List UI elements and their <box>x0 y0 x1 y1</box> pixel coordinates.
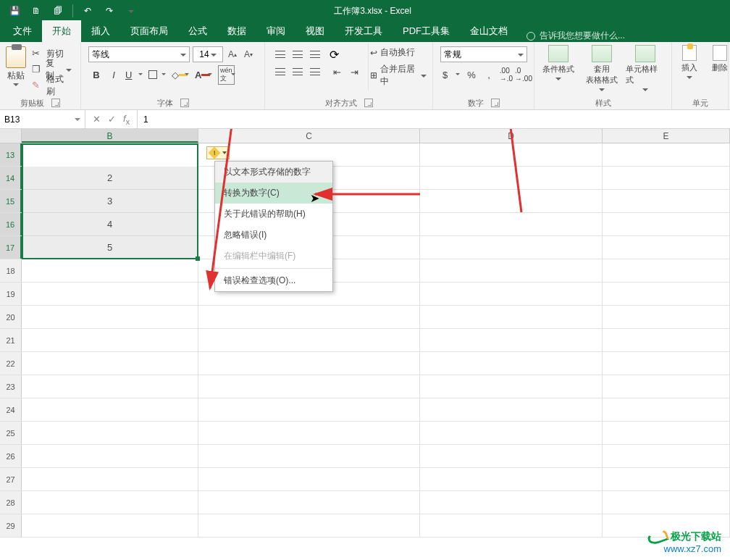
redo-button[interactable]: ↷ <box>99 1 119 20</box>
cell[interactable] <box>198 468 420 490</box>
undo-button[interactable]: ↶ <box>77 1 98 20</box>
row-header[interactable]: 22 <box>0 352 22 375</box>
cell[interactable] <box>603 213 730 235</box>
cell[interactable] <box>22 445 198 467</box>
row-header[interactable]: 19 <box>0 283 22 305</box>
cell[interactable] <box>603 283 730 305</box>
accounting-format-button[interactable]: $ <box>440 67 462 83</box>
cell[interactable] <box>603 468 730 490</box>
cell[interactable] <box>603 306 730 328</box>
cell-styles-button[interactable]: 单元格样式 <box>626 45 665 91</box>
cell[interactable] <box>22 491 198 514</box>
col-header-b[interactable]: B <box>22 129 198 143</box>
row-header[interactable]: 18 <box>0 259 22 282</box>
tab-data[interactable]: 数据 <box>217 20 256 42</box>
cell[interactable]: 3 <box>22 190 198 212</box>
font-dialog-launcher[interactable] <box>180 99 189 107</box>
tab-view[interactable]: 视图 <box>295 20 335 42</box>
number-format-dropdown[interactable]: 常规 <box>440 46 527 62</box>
cell[interactable] <box>22 375 198 398</box>
fill-color-button[interactable]: ◇ <box>169 67 191 83</box>
tab-review[interactable]: 审阅 <box>256 20 295 42</box>
save-button[interactable]: 💾 <box>4 1 25 20</box>
cell[interactable] <box>420 491 603 514</box>
cancel-formula-button[interactable]: ✕ <box>93 114 101 125</box>
font-size-dropdown[interactable]: 14 <box>193 46 223 62</box>
cell[interactable] <box>603 398 730 421</box>
cell[interactable] <box>603 259 730 282</box>
cell[interactable] <box>198 491 420 514</box>
clipboard-dialog-launcher[interactable] <box>51 99 60 107</box>
row-header[interactable]: 14 <box>0 167 22 189</box>
cell[interactable] <box>420 375 603 398</box>
row-header[interactable]: 23 <box>0 375 22 398</box>
tab-insert[interactable]: 插入 <box>81 20 120 42</box>
tab-home[interactable]: 开始 <box>42 20 81 42</box>
merge-center-button[interactable]: ⊞合并后居中 <box>370 63 427 88</box>
col-header-d[interactable]: D <box>420 129 603 143</box>
cell[interactable] <box>420 236 603 259</box>
cell[interactable] <box>22 398 198 421</box>
spreadsheet-grid[interactable]: B C D E 13114215316417518192021222324252… <box>0 129 730 560</box>
col-header-c[interactable]: C <box>198 129 420 143</box>
tab-jinshan[interactable]: 金山文档 <box>460 20 518 42</box>
wrap-text-button[interactable]: ↩自动换行 <box>370 46 427 59</box>
orientation-button[interactable]: ⟳ <box>326 46 342 62</box>
col-header-e[interactable]: E <box>603 129 730 143</box>
cell[interactable] <box>603 445 730 467</box>
increase-indent-button[interactable]: ⇥ <box>346 64 362 80</box>
align-dialog-launcher[interactable] <box>364 99 373 107</box>
fx-button[interactable]: fx <box>123 113 130 126</box>
cell[interactable] <box>420 445 603 467</box>
cell[interactable] <box>420 514 603 537</box>
border-button[interactable] <box>146 67 168 83</box>
font-name-dropdown[interactable]: 等线 <box>88 46 190 62</box>
comma-format-button[interactable]: , <box>481 67 497 83</box>
tab-page-layout[interactable]: 页面布局 <box>120 20 178 42</box>
row-header[interactable]: 28 <box>0 491 22 514</box>
format-as-table-button[interactable]: 套用 表格格式 <box>582 45 621 91</box>
underline-button[interactable]: U <box>123 67 145 83</box>
cell[interactable] <box>420 352 603 375</box>
cell[interactable] <box>22 468 198 490</box>
tab-developer[interactable]: 开发工具 <box>335 20 393 42</box>
delete-cells-button[interactable]: 删除 <box>707 45 730 79</box>
cell[interactable] <box>198 422 420 444</box>
cell[interactable] <box>603 167 730 189</box>
cell[interactable] <box>198 375 420 398</box>
tell-me-box[interactable]: 告诉我您想要做什么... <box>526 30 625 42</box>
cell[interactable] <box>420 306 603 328</box>
italic-button[interactable]: I <box>106 67 122 83</box>
cell[interactable] <box>420 167 603 189</box>
cell[interactable] <box>22 352 198 375</box>
row-header[interactable]: 15 <box>0 190 22 212</box>
select-all-corner[interactable] <box>0 129 22 143</box>
row-header[interactable]: 13 <box>0 143 22 166</box>
row-header[interactable]: 26 <box>0 445 22 467</box>
format-painter-button[interactable]: 格式刷 <box>29 78 75 93</box>
cell[interactable] <box>420 398 603 421</box>
cell[interactable] <box>420 468 603 490</box>
insert-cells-button[interactable]: 插入 <box>676 45 702 79</box>
qat-btn-2[interactable]: 🗎 <box>26 1 46 20</box>
cell[interactable] <box>22 306 198 328</box>
enter-formula-button[interactable]: ✓ <box>108 114 116 125</box>
paste-button[interactable]: 粘贴 <box>4 43 28 89</box>
row-header[interactable]: 29 <box>0 514 22 537</box>
cell[interactable] <box>198 306 420 328</box>
cell[interactable] <box>198 514 420 537</box>
formula-input[interactable]: 1 <box>138 110 730 128</box>
row-header[interactable]: 25 <box>0 422 22 444</box>
row-header[interactable]: 17 <box>0 236 22 259</box>
align-middle-button[interactable] <box>290 46 306 62</box>
align-left-button[interactable] <box>272 64 288 80</box>
tab-pdf-tools[interactable]: PDF工具集 <box>393 20 460 42</box>
cell[interactable] <box>198 352 420 375</box>
phonetic-button[interactable]: wén文 <box>216 67 238 83</box>
cell[interactable] <box>420 329 603 351</box>
row-header[interactable]: 21 <box>0 329 22 351</box>
decrease-indent-button[interactable]: ⇤ <box>329 64 345 80</box>
cell[interactable] <box>22 329 198 351</box>
align-center-button[interactable] <box>290 64 306 80</box>
cell[interactable] <box>420 143 603 166</box>
